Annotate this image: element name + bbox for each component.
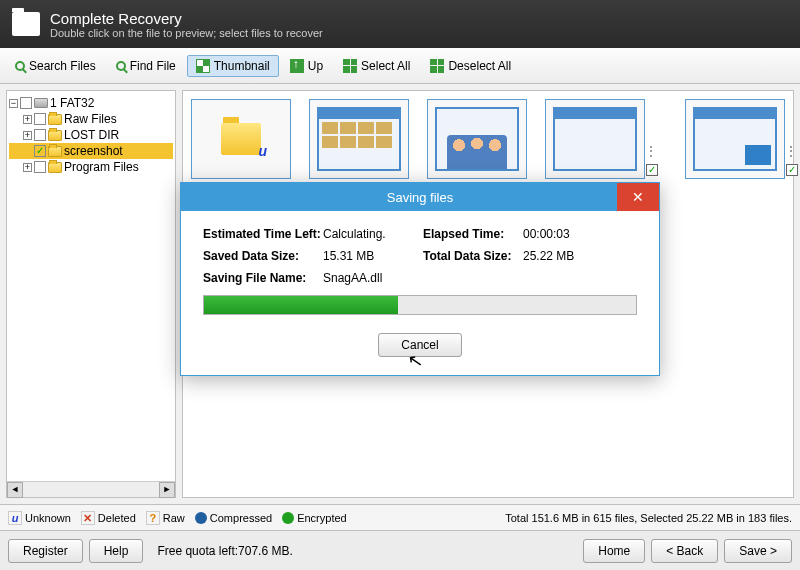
tree-root[interactable]: − 1 FAT32 <box>9 95 173 111</box>
save-button[interactable]: Save > <box>724 539 792 563</box>
collapse-icon[interactable]: − <box>9 99 18 108</box>
close-button[interactable]: ✕ <box>617 183 659 211</box>
file-label: Saving File Name: <box>203 271 323 285</box>
tree-item-selected[interactable]: ✓ screenshot <box>9 143 173 159</box>
tree-scrollbar[interactable]: ◄ ► <box>7 481 175 497</box>
bottom-bar: Register Help Free quota left:707.6 MB. … <box>0 530 800 570</box>
thumbnail-item[interactable]: ⋮✓ <box>685 99 785 179</box>
progress-fill <box>204 296 398 314</box>
thumbnail-label: Thumbnail <box>214 59 270 73</box>
help-button[interactable]: Help <box>89 539 144 563</box>
saved-value: 15.31 MB <box>323 249 423 263</box>
app-subtitle: Double click on the file to preview; sel… <box>50 27 323 39</box>
scroll-left-icon[interactable]: ◄ <box>7 482 23 498</box>
saved-label: Saved Data Size: <box>203 249 323 263</box>
select-all-label: Select All <box>361 59 410 73</box>
checkbox[interactable] <box>34 113 46 125</box>
app-icon <box>12 12 40 36</box>
expand-icon[interactable]: + <box>23 115 32 124</box>
dialog-title-bar[interactable]: Saving files ✕ <box>181 183 659 211</box>
home-button[interactable]: Home <box>583 539 645 563</box>
folder-icon <box>221 123 261 155</box>
select-all-icon <box>343 59 357 73</box>
total-value: 25.22 MB <box>523 249 574 263</box>
thumbnail-icon <box>196 59 210 73</box>
find-icon <box>116 61 126 71</box>
elapsed-label: Elapsed Time: <box>423 227 523 241</box>
progress-bar <box>203 295 637 315</box>
expand-icon[interactable]: + <box>23 163 32 172</box>
thumbnail-button[interactable]: Thumbnail <box>187 55 279 77</box>
tree-root-label: 1 FAT32 <box>50 96 94 110</box>
up-button[interactable]: Up <box>281 55 332 77</box>
tree-item[interactable]: + LOST DIR <box>9 127 173 143</box>
folder-icon <box>48 162 62 173</box>
more-icon[interactable]: ⋮ <box>785 144 798 158</box>
thumbnail-item[interactable]: ⋮✓ <box>545 99 645 179</box>
eta-value: Calculating. <box>323 227 423 241</box>
tree-item[interactable]: + Program Files <box>9 159 173 175</box>
thumbnail-item[interactable] <box>309 99 409 179</box>
raw-icon: ? <box>146 511 160 525</box>
total-label: Total Data Size: <box>423 249 523 263</box>
tree-item-label: LOST DIR <box>64 128 119 142</box>
legend-encrypted: Encrypted <box>297 512 347 524</box>
tree-item-label: Raw Files <box>64 112 117 126</box>
file-value: SnagAA.dll <box>323 271 423 285</box>
expand-icon[interactable]: + <box>23 131 32 140</box>
search-files-button[interactable]: Search Files <box>6 55 105 77</box>
app-header: Complete Recovery Double click on the fi… <box>0 0 800 48</box>
search-files-label: Search Files <box>29 59 96 73</box>
thumbnail-item[interactable] <box>191 99 291 179</box>
scroll-right-icon[interactable]: ► <box>159 482 175 498</box>
cancel-button[interactable]: Cancel <box>378 333 461 357</box>
select-all-button[interactable]: Select All <box>334 55 419 77</box>
saving-dialog: Saving files ✕ Estimated Time Left: Calc… <box>180 182 660 376</box>
folder-tree[interactable]: − 1 FAT32 + Raw Files + LOST DIR ✓ scree… <box>6 90 176 498</box>
legend-deleted: Deleted <box>98 512 136 524</box>
back-button[interactable]: < Back <box>651 539 718 563</box>
folder-icon <box>48 114 62 125</box>
screenshot-preview <box>553 107 637 171</box>
legend-compressed: Compressed <box>210 512 272 524</box>
unknown-icon: u <box>8 511 22 525</box>
search-icon <box>15 61 25 71</box>
find-file-button[interactable]: Find File <box>107 55 185 77</box>
checkbox[interactable] <box>20 97 32 109</box>
checkbox[interactable]: ✓ <box>34 145 46 157</box>
folder-icon <box>48 130 62 141</box>
elapsed-value: 00:00:03 <box>523 227 570 241</box>
thumbnail-item[interactable] <box>427 99 527 179</box>
toolbar: Search Files Find File Thumbnail Up Sele… <box>0 48 800 84</box>
register-button[interactable]: Register <box>8 539 83 563</box>
status-stats: Total 151.6 MB in 615 files, Selected 25… <box>505 512 792 524</box>
screenshot-preview <box>317 107 401 171</box>
folder-icon <box>48 146 62 157</box>
checkbox[interactable] <box>34 129 46 141</box>
deselect-all-button[interactable]: Deselect All <box>421 55 520 77</box>
screenshot-preview <box>693 107 777 171</box>
up-label: Up <box>308 59 323 73</box>
encrypted-icon <box>282 512 294 524</box>
more-icon[interactable]: ⋮ <box>645 144 658 158</box>
legend-raw: Raw <box>163 512 185 524</box>
thumbnail-checkbox[interactable]: ✓ <box>786 164 798 176</box>
up-icon <box>290 59 304 73</box>
tree-item-label: screenshot <box>64 144 123 158</box>
legend-unknown: Unknown <box>25 512 71 524</box>
compressed-icon <box>195 512 207 524</box>
legend-bar: uUnknown ✕Deleted ?Raw Compressed Encryp… <box>0 504 800 530</box>
deselect-all-icon <box>430 59 444 73</box>
app-title: Complete Recovery <box>50 10 323 27</box>
thumbnail-checkbox[interactable]: ✓ <box>646 164 658 176</box>
quota-text: Free quota left:707.6 MB. <box>157 544 292 558</box>
tree-item-label: Program Files <box>64 160 139 174</box>
eta-label: Estimated Time Left: <box>203 227 323 241</box>
checkbox[interactable] <box>34 161 46 173</box>
screenshot-preview <box>435 107 519 171</box>
find-file-label: Find File <box>130 59 176 73</box>
deleted-icon: ✕ <box>81 511 95 525</box>
deselect-all-label: Deselect All <box>448 59 511 73</box>
dialog-title: Saving files <box>387 190 453 205</box>
tree-item[interactable]: + Raw Files <box>9 111 173 127</box>
